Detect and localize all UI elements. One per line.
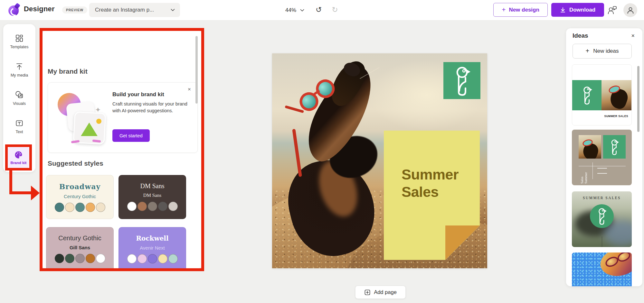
idea-card[interactable]: SUMMER SALES	[572, 252, 632, 286]
color-swatch	[96, 203, 105, 212]
brand-kit-illustration: ✦	[54, 89, 109, 145]
design-title-dropdown[interactable]: Create an Instagram p...	[89, 3, 180, 17]
idea-card[interactable]: SUMMER SALES	[572, 64, 632, 125]
zoom-dropdown[interactable]: 44%	[283, 5, 306, 16]
preview-badge: PREVIEW	[62, 6, 87, 14]
style-font-name: Century Gothic	[58, 234, 101, 242]
new-design-button[interactable]: + New design	[493, 3, 548, 17]
style-font-name: Broadway	[59, 182, 100, 191]
brand-kit-panel: My brand kit × ✦ Build your brand kit Cr…	[43, 31, 201, 268]
download-icon	[560, 7, 566, 13]
idea-card-label: SUMMER SALES	[572, 196, 632, 200]
new-ideas-button[interactable]: + New ideas	[573, 44, 632, 59]
chevron-down-icon	[300, 9, 304, 12]
style-card[interactable]: Century GothicGill Sans	[46, 227, 114, 268]
get-started-button[interactable]: Get started	[112, 129, 150, 142]
color-swatch	[127, 254, 137, 263]
sidebar-item-label: Templates	[10, 45, 29, 49]
upload-icon	[15, 62, 24, 71]
share-feedback-button[interactable]	[607, 5, 618, 16]
palette-icon	[14, 151, 23, 159]
color-swatch	[55, 203, 64, 212]
color-swatch	[137, 254, 147, 263]
brand-bird-logo[interactable]	[443, 62, 480, 99]
designer-app: Designer PREVIEW Create an Instagram p..…	[0, 0, 644, 303]
color-swatches	[55, 203, 105, 212]
sidebar-item-text[interactable]: Text	[5, 114, 33, 139]
idea-card-label: SUMMER SALES	[604, 115, 628, 118]
close-icon[interactable]: ×	[186, 86, 193, 93]
suggested-styles-grid: BroadwayCentury GothicDM SansDM SansCent…	[46, 175, 197, 268]
color-swatch	[148, 202, 157, 211]
color-swatch	[55, 254, 64, 263]
color-swatch	[127, 202, 137, 211]
style-card[interactable]: DM SansDM Sans	[118, 175, 186, 219]
account-avatar-button[interactable]	[623, 3, 637, 17]
sidebar-item-brand-kit[interactable]: Brand kit	[8, 147, 29, 168]
sidebar-item-label: My media	[11, 73, 28, 78]
color-swatch	[75, 203, 85, 212]
undo-button[interactable]: ↺	[313, 4, 325, 15]
style-pair-font-name: Century Gothic	[64, 194, 96, 199]
idea-card-label: Sales Summer	[580, 168, 588, 184]
style-font-name: DM Sans	[140, 182, 164, 190]
style-pair-font-name: DM Sans	[143, 193, 161, 198]
designer-logo-icon	[8, 4, 20, 16]
sidebar-item-templates[interactable]: Templates	[5, 29, 33, 54]
app-title: Designer	[24, 5, 55, 13]
color-swatches	[127, 202, 178, 211]
download-button[interactable]: Download	[551, 3, 604, 17]
sidebar-item-label: Visuals	[13, 101, 26, 106]
add-page-button[interactable]: Add page	[355, 286, 406, 299]
visuals-icon	[15, 91, 24, 99]
plus-icon: +	[502, 6, 506, 14]
color-swatch	[86, 254, 95, 263]
redo-button[interactable]: ↻	[329, 4, 341, 15]
color-swatch	[65, 203, 74, 212]
sidebar-item-my-media[interactable]: My media	[5, 57, 33, 83]
annotation-arrowhead	[31, 186, 40, 200]
color-swatch	[86, 203, 95, 212]
color-swatch	[168, 254, 178, 263]
dog-photo-thumb	[601, 80, 631, 110]
add-page-icon	[364, 289, 371, 296]
templates-icon	[15, 34, 24, 42]
person-chat-icon	[607, 5, 617, 15]
idea-card[interactable]: Sales Summer	[572, 130, 632, 185]
person-icon	[626, 6, 635, 14]
color-swatch	[75, 254, 85, 263]
zoom-level: 44%	[285, 7, 296, 14]
color-swatches	[55, 254, 105, 263]
bird-logo-icon	[590, 204, 614, 228]
color-swatch	[148, 254, 157, 263]
sidebar-item-label: Brand kit	[11, 161, 27, 165]
sidebar-item-visuals[interactable]: Visuals	[5, 85, 33, 111]
design-title-label: Create an Instagram p...	[95, 7, 154, 13]
color-swatch	[158, 254, 167, 263]
bird-logo-icon	[572, 80, 601, 110]
color-swatch	[137, 202, 147, 211]
style-card[interactable]: RockwellAvenir Next	[118, 227, 186, 268]
annotation-arrow	[9, 170, 12, 194]
style-font-name: Rockwell	[136, 234, 168, 242]
color-swatch	[65, 254, 74, 263]
ideas-scrollbar[interactable]	[637, 66, 639, 132]
design-canvas[interactable]: Summer Sales	[272, 53, 487, 268]
color-swatch	[96, 254, 105, 263]
dog-photo-thumb	[579, 135, 601, 159]
suggested-styles-title: Suggested styles	[48, 160, 103, 167]
promo-title: Build your brand kit	[112, 91, 164, 98]
top-bar: Designer PREVIEW Create an Instagram p..…	[0, 0, 644, 21]
panel-scrollbar[interactable]	[195, 36, 198, 104]
headline-text[interactable]: Summer Sales	[402, 166, 459, 201]
bird-logo-icon	[452, 65, 472, 97]
style-card[interactable]: BroadwayCentury Gothic	[46, 175, 114, 219]
close-icon[interactable]: ×	[629, 32, 637, 40]
plus-icon: +	[585, 47, 589, 55]
style-pair-font-name: Gill Sans	[70, 245, 90, 250]
idea-card[interactable]: SUMMER SALES	[572, 191, 632, 247]
ideas-title: Ideas	[573, 32, 588, 39]
bird-logo-icon	[603, 135, 626, 159]
panel-title: My brand kit	[48, 68, 88, 75]
color-swatch	[168, 202, 178, 211]
